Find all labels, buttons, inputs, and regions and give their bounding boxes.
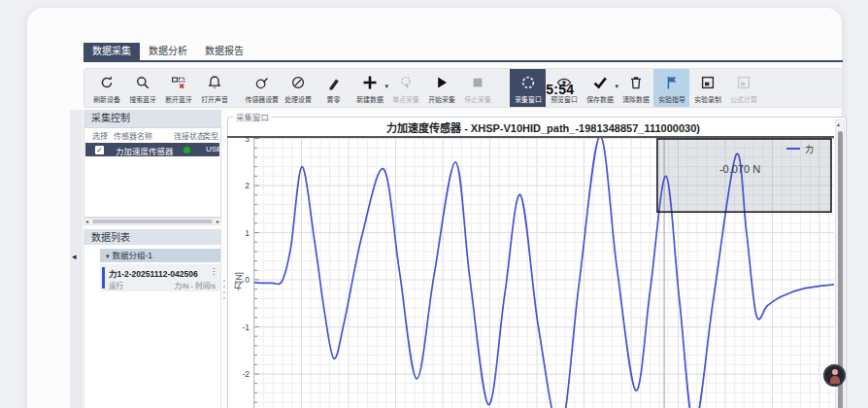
tab-数据采集[interactable]: 数据采集 [83, 43, 140, 60]
toolbar-button-bell[interactable]: 打开声音 [196, 69, 232, 107]
chart-plot-area[interactable]: -0.070 N力 [253, 138, 833, 408]
column-header-3: 连接状态 [174, 130, 205, 141]
toolbar-button-label: 处理设置 [284, 93, 312, 103]
toolbar-button-label: 开始采集 [428, 93, 455, 103]
collection-panel-title: 采集控制 [83, 110, 221, 127]
column-header-2: 传感器名称 [114, 130, 152, 141]
scrollbar-thumb[interactable] [92, 220, 213, 223]
assistant-avatar-button[interactable] [823, 364, 846, 387]
toolbar-button-label: 新建数据 [356, 93, 384, 103]
plus-icon [362, 75, 378, 90]
toolbar-button-zero-flag[interactable]: 置零 [316, 69, 351, 107]
sensor-type: USB [206, 145, 221, 153]
data-list-panel-title: 数据列表 [83, 229, 221, 245]
y-tick-label: -1 [227, 323, 250, 332]
toolbar-button-label: 刷新设备 [93, 93, 120, 103]
tab-bar: 数据采集数据分析数据报告 [83, 43, 252, 60]
scroll-right-icon[interactable]: ▸ [217, 218, 219, 225]
toolbar-button-label: 传感器设置 [245, 93, 279, 103]
toolbar-button-label: 实验录制 [694, 93, 721, 103]
toolbar: 刷新设备搜索蓝牙断开蓝牙打开声音传感器设置处理设置置零▾新建数据单点采集开始采集… [83, 68, 843, 108]
formula-icon [736, 75, 751, 90]
trash-icon [628, 75, 644, 90]
toolbar-button-plus[interactable]: ▾新建数据 [351, 69, 387, 107]
play-icon [434, 75, 450, 90]
data-list-body: ▾数据分组-1 力1-2-20251112-042506 ⋮ 运行 力/N - … [83, 245, 221, 408]
tab-数据报告[interactable]: 数据报告 [196, 43, 252, 60]
toolbar-button-trash[interactable]: 清除数据 [618, 69, 653, 107]
toolbar-button-process-settings[interactable]: 处理设置 [280, 69, 316, 107]
y-tick-label: 2 [227, 181, 250, 190]
toolbar-button-guide-flag[interactable]: 实验指导 [653, 69, 689, 107]
bluetooth-disconnect-icon [171, 75, 186, 90]
column-header-4: 类型 [203, 130, 218, 141]
sidebar-horizontal-scrollbar[interactable]: ◂ ▸ [83, 218, 221, 225]
data-list-item[interactable]: 力1-2-20251112-042506 ⋮ 运行 力/N - 时间/s [100, 264, 220, 291]
toolbar-button-sensor-settings[interactable]: 传感器设置 [244, 69, 280, 107]
chevron-left-icon[interactable]: ◂ [72, 252, 77, 261]
data-item-title: 力1-2-20251112-042506 [109, 267, 198, 279]
toolbar-button-bluetooth-disconnect[interactable]: 断开蓝牙 [160, 69, 196, 107]
single-point-icon [398, 75, 414, 90]
check-icon [592, 75, 608, 90]
y-tick-label: 1 [227, 228, 250, 238]
sensor-table: 选择传感器名称连接状态类型 ✓ 力加速度传感器 USB [83, 127, 221, 218]
item-accent-bar [102, 267, 105, 289]
toolbar-button-refresh[interactable]: 刷新设备 [88, 69, 124, 107]
y-tick-label: 3 [227, 134, 250, 144]
data-item-axes: 力/N - 时间/s [175, 280, 217, 290]
toolbar-button-record-window[interactable]: 实验录制 [689, 69, 725, 107]
scroll-up-icon[interactable]: ▴ [837, 120, 840, 127]
y-tick-label: 0 [227, 275, 250, 285]
y-tick-label: -2 [227, 369, 250, 379]
tab-underline [83, 60, 843, 62]
legend-label: 力 [805, 144, 814, 154]
sensor-checkbox[interactable]: ✓ [95, 146, 104, 154]
toolbar-button-label: 断开蓝牙 [165, 93, 192, 103]
toolbar-button-label: 预览窗口 [551, 93, 578, 103]
toolbar-button-play[interactable]: 开始采集 [423, 69, 459, 107]
toolbar-button-label: 保存数据 [586, 93, 614, 103]
toolbar-button-label: 采集窗口 [515, 93, 542, 103]
record-window-icon [700, 75, 716, 90]
toolbar-button-label: 实验指导 [658, 93, 685, 103]
sensor-table-header: 选择传感器名称连接状态类型 [84, 130, 220, 143]
data-item-status: 运行 [109, 280, 123, 290]
connection-status-dot [184, 147, 190, 153]
splitter-handle[interactable] [223, 280, 226, 299]
toolbar-button-search[interactable]: 搜索蓝牙 [124, 69, 160, 107]
sidebar-collapse-strip[interactable]: ◂ [70, 110, 83, 408]
search-icon [135, 75, 150, 90]
dashed-circle-icon [520, 75, 536, 90]
sensor-table-row[interactable]: ✓ 力加速度传感器 USB [85, 143, 219, 156]
toolbar-button-check[interactable]: ▾保存数据 [582, 69, 618, 107]
data-group-label: 数据分组-1 [113, 251, 153, 260]
toolbar-button-eye[interactable]: 预览窗口 [546, 69, 582, 107]
column-header-1: 选择 [92, 130, 108, 141]
toolbar-button-formula: 公式计算 [725, 69, 761, 107]
avatar-head [832, 369, 838, 375]
avatar-body [830, 376, 840, 384]
toolbar-button-label: 公式计算 [730, 93, 757, 103]
toolbar-button-stop: 停止采集 [459, 69, 495, 107]
toolbar-right-group: 采集窗口预览窗口▾保存数据清除数据实验指导实验录制公式计算 [510, 69, 761, 107]
cursor-value-annotation: -0.070 N [719, 163, 760, 175]
tab-数据分析[interactable]: 数据分析 [140, 43, 196, 60]
toolbar-button-label: 搜索蓝牙 [129, 93, 156, 103]
toolbar-button-label: 置零 [327, 93, 341, 103]
toolbar-left-group: 刷新设备搜索蓝牙断开蓝牙打开声音传感器设置处理设置置零▾新建数据单点采集开始采集… [88, 69, 495, 107]
toolbar-button-dashed-circle[interactable]: 采集窗口 [510, 69, 546, 107]
bell-icon [207, 75, 222, 90]
app-window: 数据采集数据分析数据报告 刷新设备搜索蓝牙断开蓝牙打开声音传感器设置处理设置置零… [27, 8, 842, 408]
sensor-settings-icon [254, 75, 270, 90]
toolbar-button-single-point: 单点采集 [387, 69, 423, 107]
data-group-node[interactable]: ▾数据分组-1 [100, 249, 220, 262]
kebab-menu-icon[interactable]: ⋮ [210, 267, 217, 276]
toolbar-button-label: 停止采集 [464, 93, 491, 103]
toolbar-button-label: 打开声音 [201, 93, 228, 103]
guide-flag-icon [664, 75, 680, 90]
scroll-left-icon[interactable]: ◂ [85, 218, 88, 225]
eye-icon [556, 75, 572, 90]
zero-flag-icon [326, 75, 342, 90]
chevron-down-icon[interactable]: ▾ [106, 253, 110, 259]
